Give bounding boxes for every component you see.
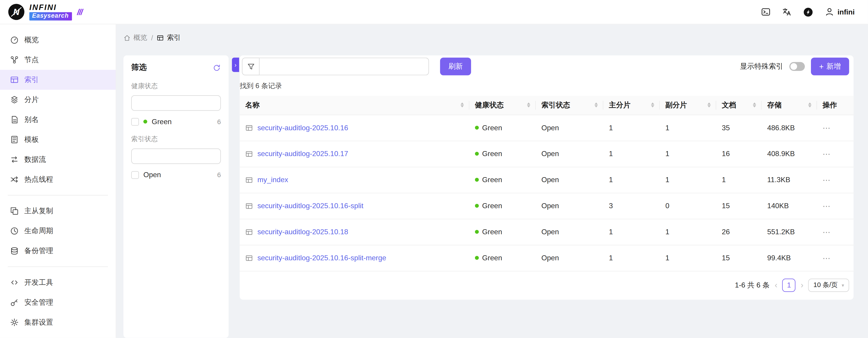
health-text: Green xyxy=(482,202,502,210)
index-grid-icon xyxy=(245,228,253,235)
row-actions-icon[interactable]: ⋯ xyxy=(823,175,831,184)
home-icon xyxy=(123,34,131,42)
green-checkbox[interactable] xyxy=(131,118,139,125)
col-header-storage[interactable]: 存储 xyxy=(762,96,817,115)
col-header-health[interactable]: 健康状态 xyxy=(469,96,536,115)
replica-shards-cell: 1 xyxy=(660,245,716,271)
breadcrumb-home[interactable]: 概览 xyxy=(123,33,147,43)
next-page-icon[interactable]: › xyxy=(801,281,804,289)
sidebar-item-cluster-settings[interactable]: 集群设置 xyxy=(0,312,116,332)
key-icon xyxy=(10,298,19,307)
index-name-link[interactable]: security-auditlog-2025.10.16-split-merge xyxy=(257,254,386,262)
state-cell: Open xyxy=(536,245,603,271)
state-cell: Open xyxy=(536,219,603,245)
clock-icon xyxy=(10,227,19,235)
collapse-filter-toggle[interactable]: › xyxy=(232,58,239,72)
storage-cell: 140KB xyxy=(762,193,817,219)
theme-icon[interactable] xyxy=(803,7,813,17)
brand-logo[interactable]: N INFINI Easysearch /// xyxy=(0,3,116,21)
sidebar: 概览 节点 索引 分片 别名 模板 xyxy=(0,25,116,338)
add-index-button[interactable]: + 新增 xyxy=(811,58,849,75)
row-actions-icon[interactable]: ⋯ xyxy=(823,123,831,132)
index-name-link[interactable]: security-auditlog-2025.10.16 xyxy=(257,123,348,132)
infini-logo-icon: N xyxy=(7,3,26,21)
username: infini xyxy=(837,8,855,16)
col-header-state[interactable]: 索引状态 xyxy=(536,96,603,115)
main-area: 概览 / 索引 筛选 健康状态 xyxy=(116,25,868,338)
row-actions-icon[interactable]: ⋯ xyxy=(823,201,831,210)
refresh-button[interactable]: 刷新 xyxy=(440,58,471,75)
sidebar-item-security[interactable]: 安全管理 xyxy=(0,292,116,312)
terminal-icon[interactable] xyxy=(761,7,771,17)
col-header-docs[interactable]: 文档 xyxy=(716,96,762,115)
breadcrumb-current: 索引 xyxy=(157,33,181,43)
sidebar-item-templates[interactable]: 模板 xyxy=(0,130,116,149)
open-checkbox[interactable] xyxy=(131,171,139,178)
sidebar-item-replication[interactable]: 主从复制 xyxy=(0,201,116,221)
translate-icon[interactable] xyxy=(782,7,792,17)
sidebar-item-overview[interactable]: 概览 xyxy=(0,30,116,50)
health-text: Green xyxy=(482,149,502,158)
brand-slashes: /// xyxy=(77,7,82,17)
row-actions-icon[interactable]: ⋯ xyxy=(823,149,831,158)
prev-page-icon[interactable]: ‹ xyxy=(775,281,777,289)
sidebar-item-aliases[interactable]: 别名 xyxy=(0,110,116,130)
shuffle-icon xyxy=(10,175,19,184)
page-number[interactable]: 1 xyxy=(782,278,796,292)
primary-shards-cell: 1 xyxy=(603,141,660,167)
plus-icon: + xyxy=(819,62,824,70)
row-actions-icon[interactable]: ⋯ xyxy=(823,227,831,236)
primary-shards-cell: 1 xyxy=(603,115,660,141)
row-actions-icon[interactable]: ⋯ xyxy=(823,254,831,262)
storage-cell: 408.9KB xyxy=(762,141,817,167)
sidebar-item-datastreams[interactable]: 数据流 xyxy=(0,149,116,169)
index-name-link[interactable]: security-auditlog-2025.10.17 xyxy=(257,149,348,158)
facet-state-label: 索引状态 xyxy=(131,135,221,144)
index-name-link[interactable]: security-auditlog-2025.10.18 xyxy=(257,228,348,236)
index-grid-icon xyxy=(245,150,253,158)
filter-funnel-icon[interactable] xyxy=(242,58,259,75)
result-summary: 找到 6 条记录 xyxy=(240,81,854,91)
brand-product: Easysearch xyxy=(29,12,72,20)
replica-shards-cell: 1 xyxy=(660,115,716,141)
table-row: security-auditlog-2025.10.16-split Green… xyxy=(240,193,854,219)
sidebar-item-lifecycle[interactable]: 生命周期 xyxy=(0,221,116,241)
state-cell: Open xyxy=(536,167,603,193)
primary-shards-cell: 1 xyxy=(603,167,660,193)
sort-icon xyxy=(527,103,530,108)
sort-icon xyxy=(461,103,464,108)
facet-health-input[interactable] xyxy=(131,95,221,111)
alias-icon xyxy=(10,115,19,124)
sidebar-item-hot-threads[interactable]: 热点线程 xyxy=(0,169,116,189)
health-text: Green xyxy=(482,123,502,132)
sidebar-item-indices[interactable]: 索引 xyxy=(0,70,116,90)
replica-shards-cell: 1 xyxy=(660,167,716,193)
user-menu[interactable]: infini xyxy=(825,7,855,17)
sidebar-item-backup[interactable]: 备份管理 xyxy=(0,241,116,261)
sidebar-item-devtools[interactable]: 开发工具 xyxy=(0,273,116,292)
green-count: 6 xyxy=(217,118,221,125)
storage-cell: 551.2KB xyxy=(762,219,817,245)
facet-state-input[interactable] xyxy=(131,148,221,164)
storage-cell: 11.3KB xyxy=(762,167,817,193)
index-grid-icon xyxy=(245,202,253,209)
storage-cell: 99.4KB xyxy=(762,245,817,271)
page-size-select[interactable]: 10 条/页 ▾ xyxy=(808,278,849,292)
health-dot-green xyxy=(475,126,479,130)
sort-icon xyxy=(594,103,598,108)
pagination: 1-6 共 6 条 ‹ 1 › 10 条/页 ▾ xyxy=(240,271,854,291)
col-header-replica-shards[interactable]: 副分片 xyxy=(660,96,716,115)
state-cell: Open xyxy=(536,193,603,219)
index-name-link[interactable]: security-auditlog-2025.10.16-split xyxy=(257,202,363,210)
col-header-name[interactable]: 名称 xyxy=(240,96,469,115)
index-name-link[interactable]: my_index xyxy=(257,175,288,184)
search-group xyxy=(242,58,429,75)
show-special-toggle[interactable] xyxy=(789,62,805,71)
sidebar-item-shards[interactable]: 分片 xyxy=(0,90,116,110)
col-header-primary-shards[interactable]: 主分片 xyxy=(603,96,660,115)
sidebar-item-nodes[interactable]: 节点 xyxy=(0,50,116,70)
search-input[interactable] xyxy=(260,58,429,75)
reload-icon[interactable] xyxy=(213,63,221,72)
sort-icon xyxy=(753,103,756,108)
docs-cell: 1 xyxy=(716,167,762,193)
